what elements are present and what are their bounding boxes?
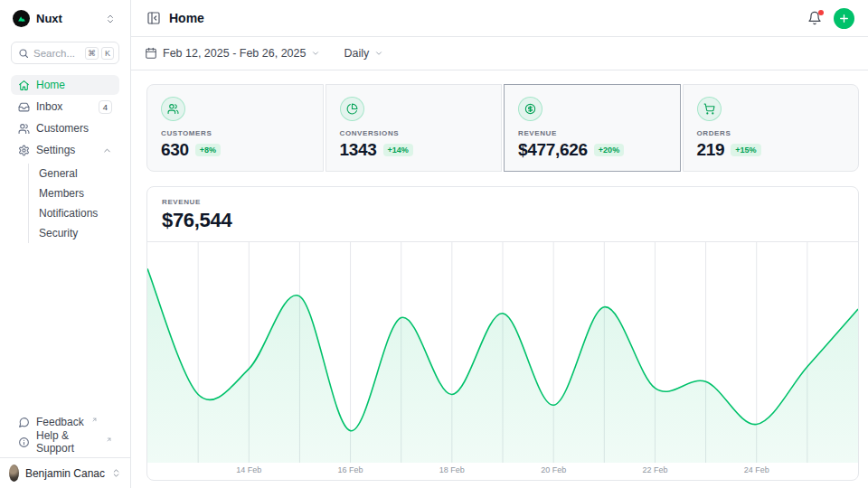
message-circle-icon xyxy=(18,417,30,428)
stat-label: ORDERS xyxy=(697,129,845,137)
chart-metric-value: $76,544 xyxy=(162,209,844,232)
search-input[interactable] xyxy=(33,48,80,59)
pie-chart-icon xyxy=(340,97,364,121)
stat-label: CONVERSIONS xyxy=(340,129,488,137)
sidebar-collapse-button[interactable] xyxy=(145,9,163,27)
chart-header: REVENUE $76,544 xyxy=(147,187,858,242)
panel-left-close-icon xyxy=(146,11,161,25)
x-axis-tick: 20 Feb xyxy=(541,465,566,474)
sidebar-item-label: Customers xyxy=(36,122,89,135)
team-switcher[interactable]: Nuxt xyxy=(11,7,119,30)
sidebar-item-security[interactable]: Security xyxy=(39,223,119,243)
calendar-icon xyxy=(145,47,157,60)
search-input-wrapper: ⌘ K xyxy=(11,42,119,64)
revenue-chart-card: REVENUE $76,544 14 Feb 16 Feb 18 Feb 20 … xyxy=(146,186,859,481)
stat-label: CUSTOMERS xyxy=(161,129,309,137)
stat-delta-badge: +8% xyxy=(195,144,221,156)
sidebar-item-label: Home xyxy=(36,79,65,91)
sidebar-item-inbox[interactable]: Inbox 4 xyxy=(11,97,119,117)
kbd-k: K xyxy=(101,47,114,60)
stat-delta-badge: +14% xyxy=(383,144,413,156)
stat-label: REVENUE xyxy=(518,129,666,137)
shopping-cart-icon xyxy=(697,97,722,121)
stat-card-customers[interactable]: CUSTOMERS 630 +8% xyxy=(146,84,324,172)
top-header: Home xyxy=(131,0,868,37)
x-axis-tick: 18 Feb xyxy=(439,465,465,474)
period-select-button[interactable]: Daily xyxy=(344,47,383,60)
sidebar-item-label: Settings xyxy=(36,144,75,156)
settings-sub-list: General Members Notifications Security xyxy=(28,164,119,243)
help-support-label: Help & Support xyxy=(36,429,99,455)
search-shortcut: ⌘ K xyxy=(85,47,114,60)
stat-card-revenue[interactable]: REVENUE $477,626 +20% xyxy=(504,84,681,172)
search-icon xyxy=(18,48,29,59)
app-window: Nuxt ⌘ K Ho xyxy=(0,0,868,488)
feedback-label: Feedback xyxy=(36,416,84,428)
kbd-cmd: ⌘ xyxy=(85,47,99,60)
stat-delta-badge: +15% xyxy=(731,144,760,156)
filters-toolbar: Feb 12, 2025 - Feb 26, 2025 Daily xyxy=(131,37,868,70)
date-range-button[interactable]: Feb 12, 2025 - Feb 26, 2025 xyxy=(145,47,320,60)
sidebar-item-general[interactable]: General xyxy=(39,164,119,183)
users-icon xyxy=(18,123,30,135)
x-axis-tick: 14 Feb xyxy=(236,465,261,474)
x-axis: 14 Feb 16 Feb 18 Feb 20 Feb 22 Feb 24 Fe… xyxy=(147,463,858,480)
stat-value: 1343 xyxy=(340,140,377,160)
stat-value: 630 xyxy=(161,140,189,160)
add-button[interactable] xyxy=(834,8,854,29)
user-menu[interactable]: Benjamin Canac xyxy=(0,457,130,488)
users-icon xyxy=(161,97,185,121)
nuxt-logo-icon xyxy=(13,10,30,27)
arrow-up-right-icon xyxy=(91,417,98,423)
stat-value: $477,626 xyxy=(518,140,588,160)
sidebar-item-home[interactable]: Home xyxy=(11,75,119,95)
help-support-link[interactable]: Help & Support xyxy=(11,432,119,452)
x-axis-tick: 22 Feb xyxy=(642,465,667,474)
workspace-name: Nuxt xyxy=(36,12,99,25)
chevron-down-icon xyxy=(374,49,383,58)
x-axis-tick: 24 Feb xyxy=(744,465,769,474)
date-range-label: Feb 12, 2025 - Feb 26, 2025 xyxy=(163,47,306,60)
notification-dot xyxy=(818,10,824,15)
sidebar-item-settings[interactable]: Settings xyxy=(11,140,119,160)
user-name: Benjamin Canac xyxy=(25,467,105,480)
sidebar-item-label: Inbox xyxy=(36,100,62,113)
stat-card-orders[interactable]: ORDERS 219 +15% xyxy=(683,84,860,172)
sidebar-nav: Home Inbox 4 Customers xyxy=(11,75,119,243)
sidebar: Nuxt ⌘ K Ho xyxy=(0,0,131,488)
info-circle-icon xyxy=(18,436,30,448)
notifications-button[interactable] xyxy=(806,9,824,27)
main-area: Home Feb 12, 2025 - Feb 26, 2025 xyxy=(131,0,868,488)
x-axis-tick: 16 Feb xyxy=(338,465,363,474)
sidebar-item-notifications[interactable]: Notifications xyxy=(39,203,119,223)
circle-dollar-icon xyxy=(518,97,542,121)
sidebar-item-members[interactable]: Members xyxy=(39,183,119,203)
sidebar-footer-links: Feedback Help & Support xyxy=(0,412,130,457)
chevron-up-icon xyxy=(102,145,112,155)
home-icon xyxy=(18,80,30,91)
stats-row: CUSTOMERS 630 +8% CONVERSIONS 1343 +14% xyxy=(146,84,859,172)
sidebar-item-customers[interactable]: Customers xyxy=(11,118,119,138)
chevrons-up-down-icon xyxy=(105,14,116,24)
arrow-up-right-icon xyxy=(106,436,112,443)
chevron-down-icon xyxy=(311,49,320,58)
page-title: Home xyxy=(169,11,204,25)
chart-metric-label: REVENUE xyxy=(162,198,844,206)
stat-card-conversions[interactable]: CONVERSIONS 1343 +14% xyxy=(326,84,503,172)
chart-plot[interactable] xyxy=(147,242,858,463)
inbox-icon xyxy=(18,101,30,113)
dashboard-content: CUSTOMERS 630 +8% CONVERSIONS 1343 +14% xyxy=(131,70,868,481)
stat-delta-badge: +20% xyxy=(594,144,624,156)
chevrons-up-down-icon xyxy=(111,468,121,478)
period-label: Daily xyxy=(344,47,369,60)
inbox-count-badge: 4 xyxy=(99,100,112,114)
area-chart[interactable] xyxy=(147,242,858,463)
avatar xyxy=(9,465,19,482)
plus-icon xyxy=(838,13,850,24)
stat-value: 219 xyxy=(697,140,725,160)
gear-icon xyxy=(18,145,30,156)
